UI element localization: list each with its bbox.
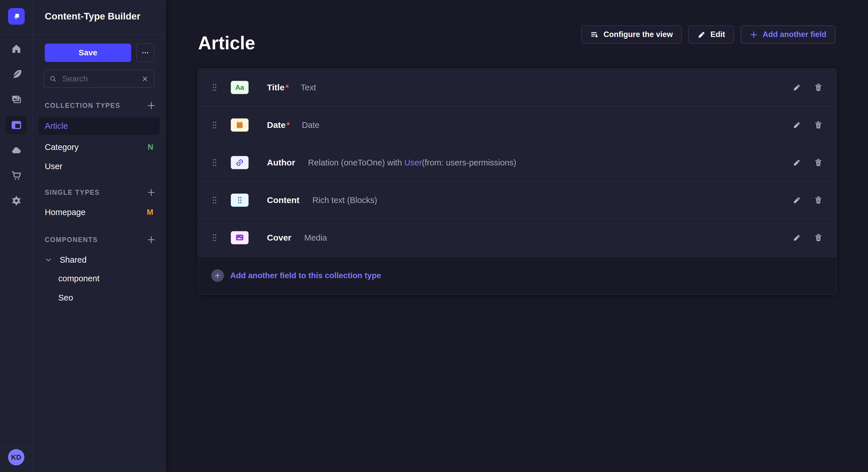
- pencil-icon: [793, 121, 801, 129]
- sidebar-item-seo[interactable]: Seo: [58, 288, 73, 307]
- search-icon: [49, 75, 57, 83]
- nav-rail: KD: [0, 0, 33, 472]
- add-single-type-button[interactable]: [146, 188, 156, 197]
- field-name: Title: [267, 82, 284, 92]
- sidebar-item-label: Homepage: [45, 208, 86, 217]
- edit-field-button[interactable]: [792, 233, 802, 243]
- pencil-icon: [793, 83, 801, 92]
- text-icon: Aa: [231, 81, 249, 94]
- plus-circle-icon: [211, 269, 224, 282]
- save-button[interactable]: Save: [45, 43, 131, 62]
- add-field-footer-button[interactable]: Add another field to this collection typ…: [198, 257, 836, 294]
- modified-badge: M: [147, 208, 154, 217]
- sidebar-item-label: Category: [45, 142, 79, 152]
- collection-types-label: COLLECTION TYPES: [45, 102, 120, 109]
- sidebar-item-label: User: [45, 162, 62, 171]
- required-asterisk: *: [285, 82, 289, 92]
- sidebar-item-article[interactable]: Article: [38, 117, 160, 135]
- settings-icon[interactable]: [0, 192, 32, 210]
- plugin-title: Content-Type Builder: [45, 11, 141, 22]
- rail-divider: [0, 35, 33, 35]
- drag-handle-icon[interactable]: [212, 83, 217, 92]
- row-actions: [792, 233, 823, 243]
- group-label: Shared: [60, 255, 87, 265]
- plus-icon: [749, 30, 758, 39]
- configure-view-button[interactable]: Configure the view: [581, 26, 682, 43]
- drag-handle-icon[interactable]: [212, 234, 217, 242]
- media-image-icon: [231, 231, 249, 244]
- delete-field-button[interactable]: [813, 158, 823, 167]
- row-actions: [792, 120, 823, 130]
- row-actions: [792, 195, 823, 205]
- field-type: Date: [302, 121, 319, 130]
- plus-icon: [147, 235, 156, 244]
- home-icon[interactable]: [0, 40, 32, 58]
- sidebar-item-category[interactable]: Category N: [38, 138, 160, 156]
- edit-field-button[interactable]: [792, 195, 802, 205]
- field-row-cover: Cover Media: [198, 219, 836, 257]
- drag-handle-icon[interactable]: [212, 196, 217, 204]
- add-another-field-label: Add another field: [763, 30, 826, 39]
- add-collection-type-button[interactable]: [146, 101, 156, 110]
- edit-button[interactable]: Edit: [688, 26, 734, 43]
- edit-field-button[interactable]: [792, 158, 802, 167]
- configure-view-icon: [590, 30, 599, 39]
- avatar-initials: KD: [11, 453, 22, 461]
- row-actions: [792, 158, 823, 167]
- plus-icon: [147, 101, 156, 110]
- field-type: Relation (oneToOne) with User(from: user…: [308, 158, 516, 167]
- components-header: COMPONENTS: [45, 235, 156, 244]
- clear-search-icon[interactable]: [141, 75, 149, 82]
- single-types-label: SINGLE TYPES: [45, 189, 100, 196]
- search-input[interactable]: [62, 74, 141, 84]
- collection-types-header: COLLECTION TYPES: [45, 101, 156, 110]
- configure-view-label: Configure the view: [603, 30, 673, 39]
- content-type-builder-icon[interactable]: [0, 116, 32, 134]
- pencil-icon: [793, 158, 801, 167]
- field-type: Text: [301, 83, 316, 92]
- pencil-icon: [793, 233, 801, 242]
- edit-label: Edit: [710, 30, 725, 39]
- delete-field-button[interactable]: [813, 82, 823, 92]
- sidebar-item-component[interactable]: component: [58, 269, 100, 288]
- main-content: Article Configure the view Edit Add anot…: [166, 0, 868, 472]
- field-type: Media: [304, 233, 327, 243]
- page-title: Article: [198, 32, 255, 54]
- components-label: COMPONENTS: [45, 236, 98, 244]
- add-component-button[interactable]: [146, 235, 156, 245]
- marketplace-icon[interactable]: [0, 166, 32, 185]
- required-asterisk: *: [286, 120, 290, 130]
- relation-link-icon: [231, 156, 249, 169]
- sidebar-divider: [33, 35, 165, 35]
- pencil-icon: [793, 196, 801, 204]
- edit-field-button[interactable]: [792, 120, 802, 130]
- drag-handle-icon[interactable]: [212, 121, 217, 129]
- component-group-shared[interactable]: Shared: [45, 250, 87, 269]
- media-library-icon[interactable]: [0, 90, 32, 108]
- content-type-builder-page: KD Content-Type Builder Save COLLECTION …: [0, 0, 868, 472]
- delete-field-button[interactable]: [813, 120, 823, 130]
- strapi-logo[interactable]: [8, 8, 25, 25]
- trash-icon: [814, 158, 823, 167]
- sidebar-item-label: component: [58, 274, 100, 283]
- toolbar: Configure the view Edit Add another fiel…: [581, 26, 835, 43]
- delete-field-button[interactable]: [813, 233, 823, 243]
- add-field-footer-label: Add another field to this collection typ…: [230, 271, 381, 280]
- field-name: Date: [267, 120, 286, 130]
- sidebar-item-homepage[interactable]: Homepage M: [38, 204, 160, 221]
- cloud-icon[interactable]: [0, 141, 32, 160]
- feather-icon[interactable]: [0, 65, 32, 83]
- sidebar-item-label: Article: [45, 121, 68, 131]
- delete-field-button[interactable]: [813, 195, 823, 205]
- sidebar-item-user[interactable]: User: [38, 158, 160, 175]
- more-options-button[interactable]: [136, 43, 154, 62]
- avatar[interactable]: KD: [8, 449, 24, 465]
- field-row-author: Author Relation (oneToOne) with User(fro…: [198, 144, 836, 181]
- field-name: Author: [267, 158, 295, 167]
- drag-handle-icon[interactable]: [212, 159, 217, 167]
- strapi-logo-icon: [11, 11, 21, 21]
- add-another-field-button[interactable]: Add another field: [741, 26, 835, 43]
- trash-icon: [814, 196, 823, 204]
- edit-field-button[interactable]: [792, 82, 802, 92]
- relation-target-link[interactable]: User: [404, 158, 422, 167]
